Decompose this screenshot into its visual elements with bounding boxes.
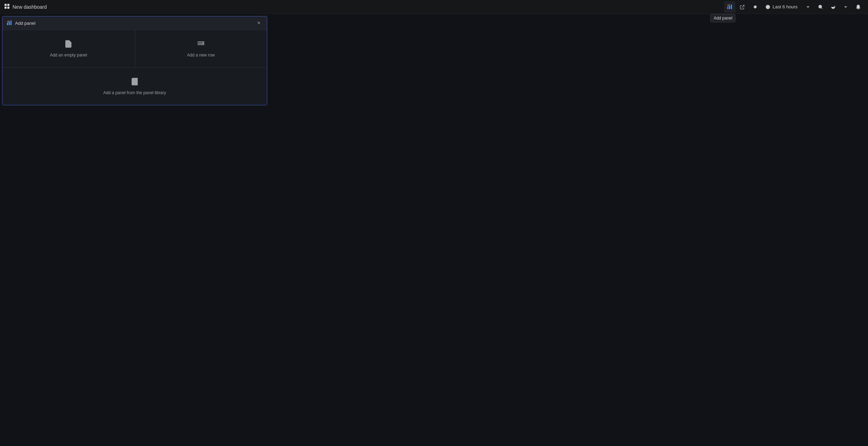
settings-button[interactable]: [749, 1, 761, 13]
svg-rect-3: [7, 7, 9, 9]
svg-rect-0: [5, 4, 7, 6]
svg-point-16: [9, 21, 9, 21]
book-icon: [130, 77, 139, 87]
topbar-right: Add panel Last 6 hours: [724, 1, 864, 13]
alert-button[interactable]: [853, 1, 864, 13]
svg-point-15: [7, 21, 8, 22]
svg-rect-1: [7, 4, 9, 6]
add-empty-panel-option[interactable]: Add an empty panel: [2, 30, 135, 67]
add-panel-tooltip: Add panel: [710, 14, 735, 22]
refresh-button[interactable]: [828, 1, 839, 13]
svg-point-7: [728, 5, 729, 6]
svg-rect-13: [9, 22, 10, 25]
topbar-left: New dashboard: [4, 3, 47, 10]
svg-rect-6: [731, 5, 732, 9]
close-icon: ×: [257, 20, 260, 26]
add-new-row-option[interactable]: Add a new row: [135, 30, 267, 67]
refresh-dropdown-button[interactable]: [840, 1, 851, 13]
time-range-button[interactable]: Last 6 hours: [762, 1, 801, 13]
dialog-options-top: Add an empty panel Add a new row: [2, 30, 267, 68]
add-empty-panel-label: Add an empty panel: [50, 53, 87, 58]
svg-rect-4: [727, 7, 728, 9]
dialog-header: Add panel ×: [2, 16, 267, 30]
grid-icon: [4, 3, 10, 10]
main-content: Add panel × Add an empty panel: [0, 14, 868, 20]
topbar: New dashboard Add panel: [0, 0, 868, 14]
add-panel-header-icon: [7, 20, 12, 26]
svg-rect-14: [10, 21, 12, 25]
dialog-title: Add panel: [15, 21, 36, 26]
time-range-dropdown-button[interactable]: [802, 1, 814, 13]
add-panel-button[interactable]: [724, 1, 735, 13]
svg-point-17: [8, 22, 9, 22]
add-panel-dialog: Add panel × Add an empty panel: [2, 16, 267, 105]
time-range-label: Last 6 hours: [772, 4, 798, 9]
add-panel-wrapper: Add panel: [724, 1, 735, 13]
svg-rect-12: [7, 23, 8, 25]
dialog-close-button[interactable]: ×: [255, 19, 263, 27]
dashboard-title: New dashboard: [13, 4, 47, 10]
add-panel-library-label: Add a panel from the panel library: [103, 90, 166, 95]
dialog-options-bottom: Add a panel from the panel library: [2, 68, 267, 105]
svg-rect-2: [5, 7, 7, 9]
zoom-out-button[interactable]: [815, 1, 826, 13]
dialog-header-left: Add panel: [7, 20, 36, 26]
svg-rect-5: [729, 6, 730, 9]
svg-point-9: [729, 6, 729, 6]
add-new-row-label: Add a new row: [187, 53, 215, 58]
add-panel-library-option[interactable]: Add a panel from the panel library: [2, 68, 267, 105]
share-button[interactable]: [737, 1, 748, 13]
file-icon: [64, 40, 73, 49]
row-icon: [197, 40, 205, 49]
svg-point-8: [729, 4, 730, 5]
